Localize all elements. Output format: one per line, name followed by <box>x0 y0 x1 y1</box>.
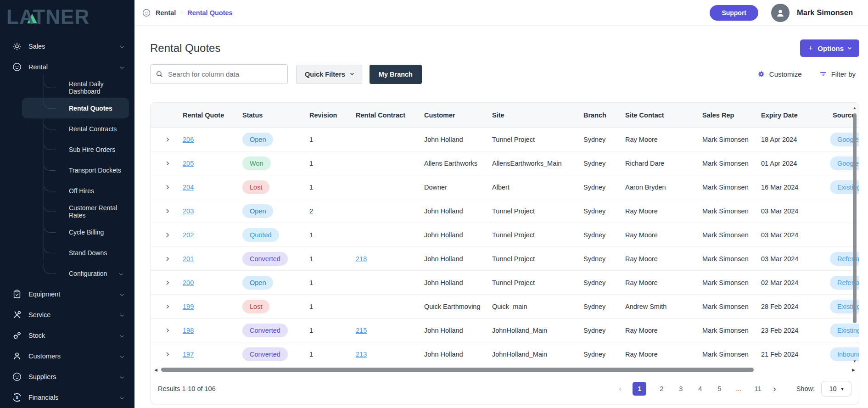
page-button-1[interactable]: 1 <box>633 382 646 396</box>
user-name[interactable]: Mark Simonsen <box>797 8 853 17</box>
rental-quote-link[interactable]: 200 <box>183 279 194 286</box>
rental-quote-link[interactable]: 205 <box>183 160 194 167</box>
rental-quote-link[interactable]: 199 <box>183 303 194 310</box>
scroll-left-icon[interactable]: ◀ <box>154 368 157 372</box>
sidebar-item-rental-quotes[interactable]: Rental Quotes <box>22 98 129 118</box>
breadcrumb-rental[interactable]: Rental <box>156 9 176 17</box>
sidebar-item-stock[interactable]: Stock <box>0 325 134 346</box>
rental-contract-link[interactable]: 215 <box>356 327 367 334</box>
sidebar-item-label: Customer Rental Rates <box>69 204 129 219</box>
rental-quote-link[interactable]: 206 <box>183 136 194 143</box>
sidebar-item-suppliers[interactable]: Suppliers <box>0 366 134 387</box>
status-badge: Quoted <box>242 228 279 242</box>
column-header-site-contact[interactable]: Site Contact <box>618 112 695 119</box>
vertical-scroll-track[interactable] <box>852 112 857 358</box>
row-expand-icon[interactable] <box>164 281 169 285</box>
page-button-2[interactable]: 2 <box>657 385 666 392</box>
row-expand-icon[interactable] <box>164 138 169 141</box>
column-header-rental-contract[interactable]: Rental Contract <box>348 112 417 119</box>
column-header-branch[interactable]: Branch <box>576 112 618 119</box>
horizontal-scroll-track[interactable] <box>160 368 849 372</box>
site-value: JohnHolland_Main <box>485 351 576 358</box>
sidebar-item-sales[interactable]: Sales <box>0 36 134 56</box>
stock-icon <box>12 330 22 341</box>
row-expand-icon[interactable] <box>164 329 169 332</box>
row-expand-icon[interactable] <box>164 305 169 308</box>
scroll-down-icon[interactable]: ▼ <box>853 360 857 363</box>
customer-value: Quick Earthmoving <box>417 303 485 310</box>
row-expand-icon[interactable] <box>164 209 169 213</box>
customers-icon <box>12 351 22 361</box>
previous-page-button[interactable]: ‹ <box>619 384 622 394</box>
customize-button[interactable]: Customize <box>757 70 802 78</box>
filter-by-button[interactable]: Filter by <box>819 70 856 78</box>
rental-contract-link[interactable]: 213 <box>356 351 367 358</box>
sidebar-item-stand-downs[interactable]: Stand Downs <box>22 242 129 263</box>
chevron-down-icon <box>350 72 354 75</box>
scroll-up-icon[interactable]: ▲ <box>853 106 857 110</box>
sidebar-item-service[interactable]: Service <box>0 304 134 325</box>
branch-value: Sydney <box>576 231 618 239</box>
sidebar-item-off-hires[interactable]: Off Hires <box>22 180 129 201</box>
column-header-customer[interactable]: Customer <box>417 112 485 119</box>
quick-filters-button[interactable]: Quick Filters <box>296 65 362 84</box>
table-row: 199Lost1Quick EarthmovingQuick_mainSydne… <box>151 295 859 319</box>
rental-quote-link[interactable]: 198 <box>183 327 194 334</box>
rental-quote-link[interactable]: 197 <box>183 351 194 358</box>
rental-quote-link[interactable]: 204 <box>183 184 194 191</box>
column-header-status[interactable]: Status <box>235 112 302 119</box>
row-expand-icon[interactable] <box>164 352 169 356</box>
rental-quote-link[interactable]: 202 <box>183 231 194 239</box>
next-page-button[interactable]: › <box>773 384 776 394</box>
sidebar-item-customer-rental-rates[interactable]: Customer Rental Rates <box>22 201 129 222</box>
sidebar-item-customers[interactable]: Customers <box>0 346 134 366</box>
column-header-sales-rep[interactable]: Sales Rep <box>695 112 754 119</box>
revision-value: 1 <box>302 160 348 167</box>
sidebar-item-equipment[interactable]: Equipment <box>0 284 134 304</box>
breadcrumb-rental-quotes[interactable]: Rental Quotes <box>187 9 232 17</box>
sidebar-item-rental-contracts[interactable]: Rental Contracts <box>22 118 129 139</box>
options-button[interactable]: + Options <box>800 39 859 57</box>
sidebar-item-transport-dockets[interactable]: Transport Dockets <box>22 160 129 180</box>
column-header-revision[interactable]: Revision <box>302 112 348 119</box>
revision-value: 1 <box>302 351 348 358</box>
search-input[interactable] <box>150 64 288 84</box>
support-button[interactable]: Support <box>710 5 758 21</box>
my-branch-button[interactable]: My Branch <box>370 65 422 84</box>
page-button-4[interactable]: 4 <box>696 385 704 392</box>
row-expand-icon[interactable] <box>164 185 169 189</box>
horizontal-scroll-thumb[interactable] <box>161 368 754 372</box>
page-size-select[interactable]: 10 ▾ <box>821 381 851 397</box>
sidebar-item-cycle-billing[interactable]: Cycle Billing <box>22 222 129 242</box>
page-button-11[interactable]: 11 <box>754 385 762 392</box>
table-row: 204Lost1DownerAlbertSydneyAaron BrydenMa… <box>151 175 859 199</box>
chevron-down-icon <box>119 271 123 275</box>
horizontal-scrollbar[interactable]: ◀ ▶ <box>151 366 859 374</box>
top-bar: Rental Rental Quotes Support Mark Simons… <box>134 0 868 26</box>
row-expand-icon[interactable] <box>164 257 169 261</box>
pagination: ‹ 12345...11› <box>619 382 776 396</box>
rental-quote-link[interactable]: 203 <box>183 207 194 215</box>
scroll-right-icon[interactable]: ▶ <box>852 368 855 372</box>
status-badge: Won <box>242 156 271 170</box>
avatar[interactable] <box>771 4 790 22</box>
site-contact-value: Richard Dare <box>618 160 695 167</box>
sidebar-item-rental[interactable]: Rental <box>0 56 134 77</box>
page-button-3[interactable]: 3 <box>677 385 685 392</box>
sidebar-item-financials[interactable]: $Financials <box>0 387 134 408</box>
vertical-scrollbar[interactable]: ▲ ▼ <box>852 106 857 363</box>
rental-contract-link[interactable]: 218 <box>356 255 367 263</box>
sidebar-item-label: Rental Quotes <box>69 105 112 112</box>
page-button-5[interactable]: 5 <box>715 385 723 392</box>
sidebar-item-sub-hire-orders[interactable]: Sub Hire Orders <box>22 139 129 160</box>
vertical-scroll-thumb[interactable] <box>853 113 857 323</box>
revision-value: 1 <box>302 184 348 191</box>
rental-quote-link[interactable]: 201 <box>183 255 194 263</box>
column-header-rental-quote[interactable]: Rental Quote <box>175 112 235 119</box>
row-expand-icon[interactable] <box>164 162 169 165</box>
sidebar-item-rental-daily-dashboard[interactable]: Rental Daily Dashboard <box>22 77 129 98</box>
sidebar-item-configuration[interactable]: Configuration <box>22 263 129 284</box>
column-header-expiry-date[interactable]: Expiry Date <box>754 112 825 119</box>
row-expand-icon[interactable] <box>164 233 169 237</box>
column-header-site[interactable]: Site <box>485 112 576 119</box>
